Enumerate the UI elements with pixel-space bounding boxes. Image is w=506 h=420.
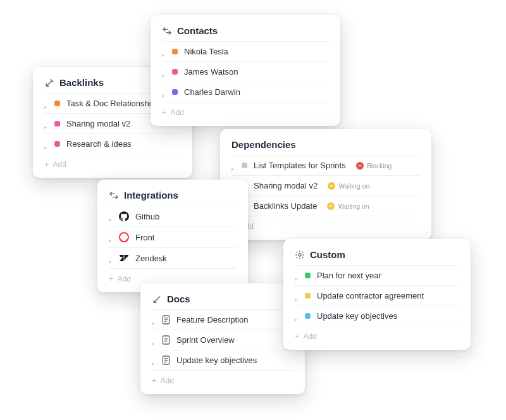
document-icon [162, 315, 170, 324]
list-item[interactable]: Update contractor agreement [295, 285, 459, 306]
list-item[interactable]: Backlinks Update Waiting on [231, 195, 420, 216]
chevron-right-icon [295, 274, 299, 278]
dependency-status-label: Waiting on [338, 182, 369, 190]
add-label: Add [171, 108, 184, 117]
status-marker [172, 69, 178, 75]
add-label: Add [161, 376, 174, 385]
item-label: Task & Doc Relationships [66, 99, 159, 108]
svg-rect-1 [330, 185, 333, 186]
status-marker [54, 101, 60, 106]
list-item[interactable]: Update key objectives [152, 350, 293, 370]
zendesk-icon [119, 253, 129, 263]
list-item[interactable]: Sprint Overview [152, 330, 293, 350]
card-title: Custom [310, 249, 345, 260]
add-button[interactable]: Add [152, 370, 293, 389]
status-marker [172, 49, 178, 54]
card-contacts: Contacts Nikola Tesla James Watson Charl… [151, 15, 340, 126]
plus-icon [44, 159, 49, 169]
item-label: Github [135, 212, 159, 221]
card-dependencies: Dependencies List Templates for Sprints … [220, 129, 431, 240]
item-label: Sharing modal v2 [66, 119, 130, 128]
card-header: Custom [295, 249, 459, 260]
dependency-status: Waiting on [327, 202, 369, 210]
blocking-icon [356, 162, 364, 170]
dependency-status: Blocking [356, 162, 392, 170]
svg-point-4 [299, 254, 301, 256]
backlink-icon [44, 78, 54, 88]
item-label: Sprint Overview [176, 335, 235, 345]
item-label: List Templates for Sprints [254, 161, 346, 170]
plus-icon [295, 331, 300, 341]
item-label: Front [135, 233, 154, 242]
item-label: Update key objectives [317, 311, 397, 321]
dependency-status-label: Blocking [367, 162, 392, 170]
item-label: Feature Description [176, 315, 248, 324]
dependency-status-label: Waiting on [338, 202, 369, 210]
item-label: Zendesk [135, 254, 167, 263]
dependency-status: Waiting on [328, 182, 369, 190]
chevron-right-icon [231, 164, 235, 168]
chevron-right-icon [109, 235, 113, 239]
list-item[interactable]: Feature Description [152, 309, 293, 330]
add-button[interactable]: Add [162, 102, 329, 121]
document-icon [162, 335, 170, 345]
list-item[interactable]: Research & ideas [44, 133, 181, 154]
list-item[interactable]: Plan for next year [295, 265, 459, 285]
chevron-right-icon [152, 359, 156, 362]
waiting-icon [328, 182, 335, 190]
chevron-right-icon [162, 50, 166, 54]
add-label: Add [304, 332, 317, 341]
item-label: Backlinks Update [254, 201, 317, 211]
add-button[interactable]: Add [231, 216, 420, 235]
item-label: Research & ideas [66, 139, 132, 149]
card-title: Contacts [177, 25, 218, 36]
card-docs: Docs Feature Description Sprint Overview… [140, 283, 305, 394]
list-item[interactable]: Update key objectives [295, 306, 459, 326]
card-header: Integrations [109, 190, 237, 201]
front-icon [119, 232, 129, 242]
backlink-icon [152, 294, 162, 304]
chevron-right-icon [44, 142, 48, 146]
list-item[interactable]: Github [109, 206, 237, 226]
card-title: Integrations [124, 190, 178, 201]
plus-icon [152, 376, 157, 385]
document-icon [162, 355, 170, 365]
gear-icon [295, 250, 305, 260]
status-marker [54, 141, 60, 147]
list-item[interactable]: Charles Darwin [162, 82, 329, 102]
chevron-right-icon [295, 314, 299, 318]
item-label: Plan for next year [317, 271, 381, 280]
item-label: Update contractor agreement [317, 291, 424, 300]
chevron-right-icon [152, 318, 156, 322]
item-label: Update key objectives [176, 355, 257, 365]
item-label: Sharing modal v2 [254, 181, 318, 190]
status-marker [242, 163, 247, 168]
card-custom: Custom Plan for next year Update contrac… [283, 239, 471, 350]
add-button[interactable]: Add [44, 154, 181, 173]
list-item[interactable]: James Watson [162, 61, 329, 82]
plus-icon [162, 108, 167, 117]
list-item[interactable]: Front [109, 226, 237, 247]
card-header: Docs [152, 293, 293, 304]
list-item[interactable]: Sharing modal v2 Waiting on [231, 175, 420, 195]
list-item[interactable]: List Templates for Sprints Blocking [231, 155, 420, 175]
item-label: James Watson [184, 67, 238, 77]
list-item[interactable]: Nikola Tesla [162, 41, 329, 61]
waiting-icon [327, 202, 335, 210]
add-label: Add [118, 275, 131, 283]
status-marker [305, 273, 311, 278]
chevron-right-icon [44, 102, 48, 106]
relationships-icon [109, 190, 119, 201]
status-marker [305, 293, 311, 299]
add-button[interactable]: Add [295, 326, 459, 345]
chevron-right-icon [44, 122, 48, 126]
chevron-right-icon [152, 338, 156, 342]
chevron-right-icon [109, 256, 113, 260]
github-icon [119, 211, 129, 221]
list-item[interactable]: Zendesk [109, 247, 237, 268]
status-marker [305, 313, 311, 319]
chevron-right-icon [162, 70, 166, 74]
item-label: Charles Darwin [184, 87, 240, 97]
card-title: Dependencies [231, 139, 296, 150]
card-title: Docs [167, 293, 190, 304]
